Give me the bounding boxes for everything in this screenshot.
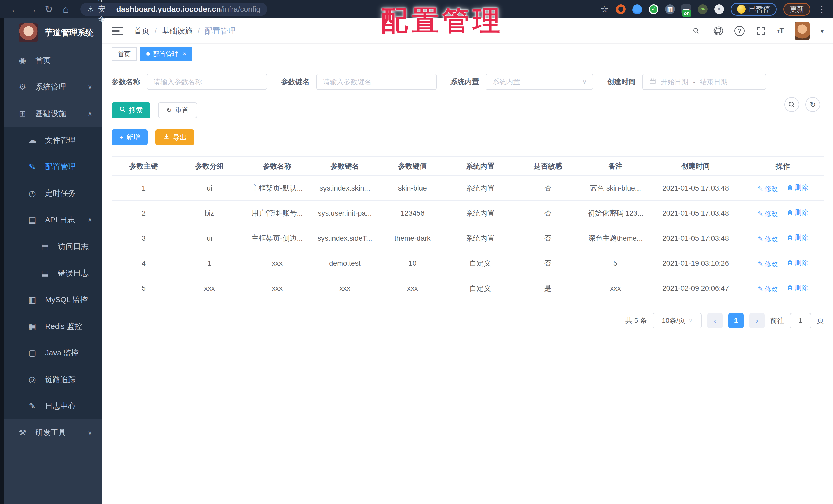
config-page: 参数名称 参数键名 系统内置 系统内置 ∨ 创建时间 开始日期 [102,65,833,504]
breadcrumb-separator: / [197,27,199,35]
param-name-input[interactable] [147,74,267,90]
create-time-daterange[interactable]: 开始日期 - 结束日期 [642,74,766,90]
current-page-button[interactable]: 1 [728,313,744,328]
overlay-page-title: 配置管理 [381,3,504,39]
breadcrumb-separator: / [154,27,157,35]
edit-icon: ✎ [758,260,763,268]
sidebar-item-config-management[interactable]: ✎ 配置管理 [4,153,102,180]
browser-back-icon[interactable]: ← [7,4,24,15]
sidebar-item-system-management[interactable]: ⚙ 系统管理 ∨ [4,74,102,100]
tab-config-management[interactable]: 配置管理 × [140,47,192,60]
extension-switch-icon[interactable]: ▬on [682,4,691,14]
edit-button[interactable]: ✎修改 [758,234,778,244]
puzzle-extension-icon[interactable]: ✦ [714,4,724,14]
search-icon [119,106,126,115]
date-end-placeholder: 结束日期 [700,77,728,86]
delete-button[interactable]: 删除 [787,208,808,217]
config-table: 参数主键 参数分组 参数名称 参数键名 参数键值 系统内置 是否敏感 备注 创建… [112,156,824,301]
breadcrumb-current: 配置管理 [205,26,236,36]
search-icon[interactable] [690,25,702,36]
plus-icon: + [119,133,123,142]
breadcrumb-infrastructure[interactable]: 基础设施 [162,26,192,36]
sidebar-item-access-logs[interactable]: ▤ 访问日志 [4,233,102,260]
sidebar-item-log-center[interactable]: ✎ 日志中心 [4,393,102,419]
eye-icon: ◎ [27,375,38,384]
trash-icon [787,209,793,216]
delete-button[interactable]: 删除 [787,258,808,267]
sidebar-item-api-logs[interactable]: ▤ API 日志 ∧ [4,207,102,233]
delete-button[interactable]: 删除 [787,183,808,192]
chevron-down-icon: ∨ [88,83,92,91]
edit-button[interactable]: ✎修改 [758,259,778,269]
sidebar-item-scheduled-tasks[interactable]: ◷ 定时任务 [4,180,102,207]
sidebar-item-dev-tools[interactable]: ⚒ 研发工具 ∨ [4,419,102,446]
sidebar-item-infrastructure[interactable]: ⊞ 基础设施 ∧ [4,100,102,127]
reset-button[interactable]: ↻ 重置 [158,102,197,118]
add-button[interactable]: + 新增 [112,129,148,145]
browser-home-icon[interactable]: ⌂ [57,4,74,15]
sidebar-item-file-management[interactable]: ☁ 文件管理 [4,127,102,153]
extension-green-check-icon[interactable]: ✓ [649,4,659,14]
font-size-icon[interactable]: tT [778,27,784,35]
browser-update-button[interactable]: 更新 [783,3,810,16]
tab-home[interactable]: 首页 [112,47,137,60]
chevron-up-icon: ∧ [88,110,92,117]
builtin-select[interactable]: 系统内置 ∨ [486,74,593,90]
browser-reload-icon[interactable]: ↻ [41,4,57,15]
extension-leaf-icon[interactable]: ❧ [698,4,708,14]
browser-forward-icon[interactable]: → [24,4,41,15]
page-size-select[interactable]: 10条/页 ∨ [652,313,702,328]
clock-icon: ◷ [27,188,38,198]
infrastructure-submenu: ☁ 文件管理 ✎ 配置管理 ◷ 定时任务 ▤ API 日志 ∧ ▤ 访问日志 ▤ [4,127,102,419]
extension-grid-icon[interactable]: ▦ [665,4,675,14]
sidebar-item-java-monitor[interactable]: ▢ Java 监控 [4,339,102,366]
search-button[interactable]: 搜索 [112,102,150,118]
sidebar-item-home[interactable]: ◉ 首页 [4,47,102,74]
extension-orange-icon[interactable] [616,4,626,14]
calendar-icon [649,77,656,86]
sidebar-item-error-logs[interactable]: ▤ 错误日志 [4,260,102,286]
help-icon[interactable]: ? [735,26,745,36]
monitor-icon: ⊞ [17,109,28,118]
edit-button[interactable]: ✎修改 [758,285,778,294]
bookmark-star-icon[interactable]: ☆ [600,4,609,14]
browser-menu-icon[interactable]: ⋮ [817,4,826,15]
page-unit-label: 页 [817,316,824,325]
trash-icon [787,184,793,191]
fullscreen-icon[interactable] [756,25,767,36]
prev-page-button[interactable]: ‹ [707,313,723,328]
github-icon[interactable] [712,25,724,36]
hide-search-icon[interactable] [784,97,799,112]
export-button[interactable]: 导出 [155,129,194,145]
trash-icon [787,259,793,266]
avatar-caret-icon[interactable]: ▾ [820,27,824,35]
collapse-sidebar-icon[interactable] [112,27,123,35]
database-icon: ▥ [27,295,38,305]
filter-form: 参数名称 参数键名 系统内置 系统内置 ∨ 创建时间 开始日期 [112,74,824,90]
sidebar-item-trace[interactable]: ◎ 链路追踪 [4,366,102,393]
refresh-table-icon[interactable]: ↻ [805,97,820,112]
close-icon[interactable]: × [183,50,186,57]
sidebar-item-mysql-monitor[interactable]: ▥ MySQL 监控 [4,286,102,313]
user-avatar[interactable] [795,22,810,40]
download-icon [163,133,170,142]
next-page-button[interactable]: › [749,313,765,328]
delete-button[interactable]: 删除 [787,233,808,242]
cloud-icon: ☁ [27,135,38,145]
sidebar-logo[interactable]: 芋道管理系统 [4,19,102,47]
chevron-up-icon: ∧ [88,216,92,224]
profile-paused-button[interactable]: 已暂停 [731,3,777,16]
sidebar-item-redis-monitor[interactable]: ▦ Redis 监控 [4,313,102,339]
table-row: 2biz 用户管理-账号...sys.user.init-pa... 12345… [112,201,824,226]
breadcrumb-home[interactable]: 首页 [134,26,149,36]
param-key-input[interactable] [316,74,436,90]
edit-button[interactable]: ✎修改 [758,184,778,193]
extension-pin-icon[interactable] [633,4,642,14]
url-host: dashboard.yudao.iocoder.cn [116,5,221,13]
edit-button[interactable]: ✎修改 [758,209,778,218]
goto-page-input[interactable] [790,313,811,328]
address-bar[interactable]: ⚠ 不安全 dashboard.yudao.iocoder.cn/infra/c… [80,3,267,16]
security-warning-label: 不安全 [98,0,108,25]
edit-square-icon: ✎ [27,162,38,172]
delete-button[interactable]: 删除 [787,283,808,292]
